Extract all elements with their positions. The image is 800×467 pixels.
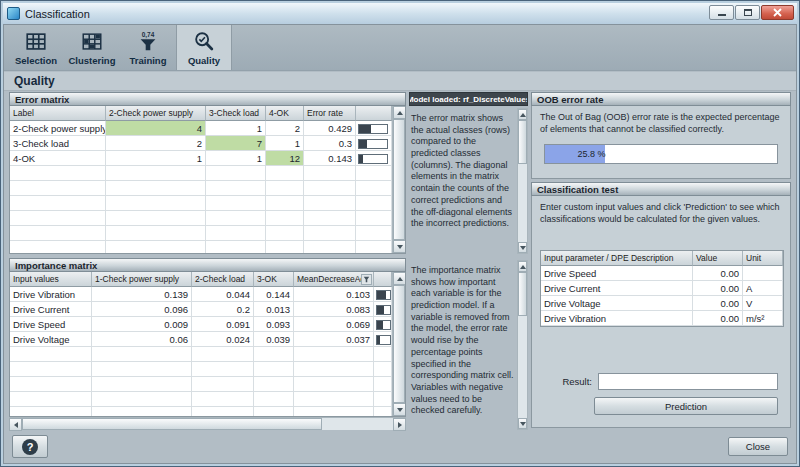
scroll-left-arrow[interactable] [9,418,22,431]
empty-cell [304,181,356,196]
oob-panel: OOB error rate The Out of Bag (OOB) erro… [531,92,791,179]
cell-value: 1 [206,121,266,136]
cell-value-diagonal: 4 [106,121,206,136]
toolbar-label-quality: Quality [188,55,220,66]
empty-cell [106,226,206,241]
oob-description: The Out of Bag (OOB) error rate is the e… [532,106,790,135]
result-field[interactable] [598,373,778,390]
scrollbar-vertical[interactable] [517,108,528,254]
table-row[interactable]: 2-Check power supply 4 1 2 0.429 [10,121,405,136]
empty-cell [10,211,106,226]
scroll-track[interactable] [322,418,393,430]
close-button[interactable]: Close [728,437,788,456]
table-row[interactable]: Drive Vibration 0.00 m/s² [541,311,783,326]
empty-cell [10,166,106,181]
empty-cell [294,347,374,362]
scroll-down-arrow[interactable] [518,418,527,429]
cell-value-input[interactable]: 0.00 [693,296,743,311]
column-header-mda[interactable]: MeanDecreaseAccuracy [294,272,374,287]
minimize-button[interactable] [709,5,734,20]
importance-bar [376,320,391,330]
cell-value-input[interactable]: 0.00 [693,311,743,326]
toolbar-button-selection[interactable]: Selection [8,25,64,70]
toolbar-button-training[interactable]: 0,74 Training [120,25,176,70]
arrow-down-icon [397,245,403,249]
toolbar-button-clustering[interactable]: Clustering [64,25,120,70]
scroll-thumb[interactable] [518,120,527,164]
oob-panel-header: OOB error rate [531,92,791,106]
cell-bar [374,332,392,347]
cell-value: 0.091 [192,317,254,332]
empty-cell [10,407,92,417]
cell-label: 2-Check power supply [10,121,106,136]
empty-cell [304,241,356,254]
result-row: Result: [540,373,778,390]
table-row[interactable]: Drive Speed 0.00 [541,266,783,281]
classification-test-description: Enter custom input values and click 'Pre… [532,196,790,225]
scrollbar-vertical[interactable] [517,260,528,430]
scroll-thumb[interactable] [393,285,405,403]
empty-cell [266,181,304,196]
cell-value-input[interactable]: 0.00 [693,266,743,281]
error-matrix-help-block: The error matrix shows the actual classe… [409,108,528,254]
cell-parameter: Drive Vibration [541,311,693,326]
table-row[interactable]: Drive Voltage 0.00 V [541,296,783,311]
arrow-up-icon [397,111,403,115]
table-row[interactable]: Drive Voltage 0.06 0.024 0.039 0.037 [10,332,405,347]
empty-cell [10,181,106,196]
scroll-up-arrow[interactable] [518,261,527,272]
cell-unit: m/s² [743,311,783,326]
importance-matrix-header: Importance matrix [9,258,406,272]
cell-value-input[interactable]: 0.00 [693,281,743,296]
table-row[interactable]: 4-OK 1 1 12 0.143 [10,151,405,166]
filter-icon[interactable] [361,274,372,285]
empty-cell [10,392,92,407]
empty-cell [356,166,392,181]
error-matrix-help-text: The error matrix shows the actual classe… [409,108,517,254]
error-rate-bar [358,139,388,149]
table-row[interactable]: Drive Current 0.00 A [541,281,783,296]
help-column: Model loaded: rf_DiscreteValues The erro… [409,92,528,430]
scroll-up-arrow[interactable] [393,272,406,285]
scroll-down-arrow[interactable] [393,240,406,253]
classification-test-panel: Classification test Enter custom input v… [531,182,791,428]
close-window-button[interactable] [761,5,794,20]
empty-cell [294,377,374,392]
scroll-thumb[interactable] [518,272,527,316]
scroll-down-arrow[interactable] [518,242,527,253]
scroll-up-arrow[interactable] [393,106,406,119]
column-header-bar [374,272,392,287]
app-icon [7,7,20,20]
scrollbar-vertical[interactable] [392,106,405,253]
empty-cell [206,166,266,181]
empty-cell [106,166,206,181]
scroll-track[interactable] [518,316,527,418]
training-icon-text: 0,74 [142,31,155,39]
table-row[interactable]: Drive Current 0.096 0.2 0.013 0.083 [10,302,405,317]
table-row[interactable]: Drive Speed 0.009 0.091 0.093 0.069 [10,317,405,332]
empty-cell [266,211,304,226]
prediction-button[interactable]: Prediction [594,397,778,415]
window-title: Classification [25,8,90,20]
scroll-thumb[interactable] [393,119,405,240]
titlebar[interactable]: Classification [3,3,797,24]
arrow-up-icon [520,113,526,117]
empty-cell [304,211,356,226]
toolbar-button-quality[interactable]: Quality [176,25,232,70]
oob-progress-bar: 25.8 % [544,144,778,164]
scroll-down-arrow[interactable] [393,403,406,416]
table-row[interactable]: 3-Check load 2 7 1 0.3 [10,136,405,151]
cell-parameter: Drive Voltage [541,296,693,311]
scroll-up-arrow[interactable] [518,109,527,120]
help-button[interactable]: ? [12,435,48,458]
maximize-button[interactable] [735,5,760,20]
toolbar-label-selection: Selection [15,55,57,66]
scrollbar-horizontal[interactable] [9,417,406,430]
table-row[interactable]: Drive Vibration 0.139 0.044 0.144 0.103 [10,287,405,302]
scroll-right-arrow[interactable] [393,418,406,431]
scrollbar-vertical[interactable] [392,272,405,416]
cell-unit: V [743,296,783,311]
scroll-thumb[interactable] [22,418,322,430]
clustering-grid-icon [80,29,104,55]
scroll-track[interactable] [518,164,527,242]
